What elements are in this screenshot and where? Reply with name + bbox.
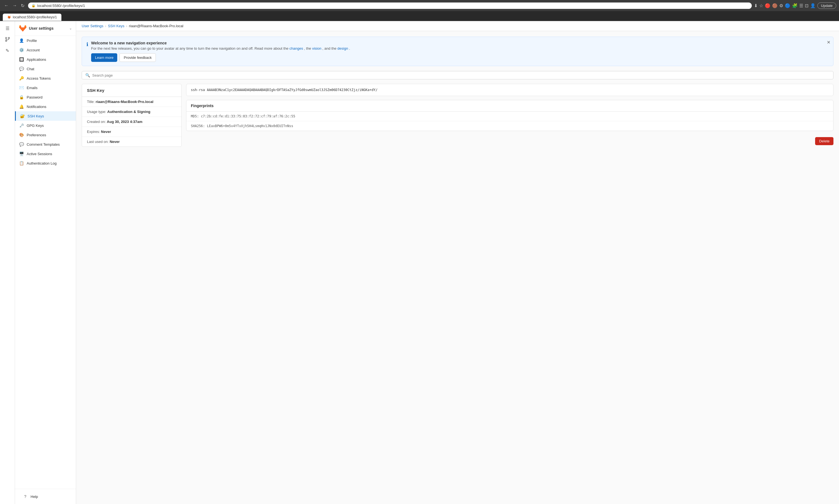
banner-link-design[interactable]: design <box>338 46 348 51</box>
key-usage-row: Usage type: Authentication & Signing <box>82 107 182 117</box>
ext2-icon[interactable]: 🟤 <box>772 3 777 8</box>
banner-text: For the next few releases, you can go to… <box>91 46 829 51</box>
svg-point-0 <box>5 37 7 39</box>
sidebar-item-ssh-keys[interactable]: 🔐 SSH Keys <box>15 111 76 121</box>
download-icon[interactable]: ⬇ <box>754 3 758 8</box>
sidebar-item-emails-label: Emails <box>27 86 37 90</box>
sidebar-item-applications[interactable]: 🔲 Applications <box>15 55 76 64</box>
password-icon: 🔒 <box>19 95 24 100</box>
browser-toolbar-right: ⬇ ☆ 🔴 🟤 ⚙ 🔵 🧩 ☰ ⊡ 👤 Update <box>754 2 836 9</box>
key-title-value: riaan@Riaans-MacBook-Pro.local <box>96 100 153 104</box>
sidebar-item-notifications[interactable]: 🔔 Notifications <box>15 102 76 111</box>
app-layout: ☰ ✎ User settings ⌄ <box>0 21 839 504</box>
ext3-icon[interactable]: ⚙ <box>779 3 783 8</box>
sidebar-item-password[interactable]: 🔒 Password <box>15 92 76 102</box>
comment-templates-icon: 💬 <box>19 142 24 147</box>
account-icon: ⚙️ <box>19 48 24 52</box>
fingerprint-sha256-row: SHA256: LEaxBPW6+0m5v4YTxXjh5H4LsmqHv1JN… <box>186 121 833 131</box>
fingerprints-header: Fingerprints <box>186 100 833 112</box>
preferences-icon: 🎨 <box>19 132 24 138</box>
sidebar-icons: ☰ ✎ <box>0 21 15 504</box>
sidebar-item-access-tokens-label: Access Tokens <box>27 76 51 80</box>
fingerprint-md5-value: c7:2b:cd:fe:d1:33:75:03:f2:72:cf:79:af:7… <box>201 114 295 118</box>
sidebar-item-notifications-label: Notifications <box>27 105 46 109</box>
key-usage-label: Usage type: <box>87 110 106 114</box>
banner-title: Welcome to a new navigation experience <box>91 41 829 45</box>
reload-button[interactable]: ↻ <box>19 2 26 9</box>
search-input[interactable] <box>92 73 830 77</box>
sidebar-icon-merge[interactable] <box>2 34 13 44</box>
fingerprint-sha256-value: LEaxBPW6+0m5v4YTxXjh5H4LsmqHv1JNx0dEUITn… <box>207 124 293 128</box>
ext5-icon[interactable]: 🧩 <box>792 3 798 8</box>
banner-link-vision[interactable]: vision <box>312 46 321 51</box>
avatar-icon[interactable]: 👤 <box>810 3 816 8</box>
update-button[interactable]: Update <box>817 2 836 9</box>
key-created-value: Aug 30, 2023 4:37am <box>107 120 142 124</box>
key-last-used-value: Never <box>110 140 120 144</box>
breadcrumb-user-settings[interactable]: User Settings <box>82 24 103 28</box>
active-sessions-icon: 🖥️ <box>19 151 24 156</box>
ext4-icon[interactable]: 🔵 <box>785 3 790 8</box>
back-button[interactable]: ← <box>3 2 10 9</box>
profile-icon: 👤 <box>19 38 24 43</box>
sidebar-item-preferences[interactable]: 🎨 Preferences <box>15 130 76 140</box>
provide-feedback-button[interactable]: Provide feedback <box>119 53 156 62</box>
gitlab-logo <box>19 24 27 32</box>
sidebar-item-chat[interactable]: 💬 Chat <box>15 64 76 74</box>
split-icon[interactable]: ⊡ <box>805 3 808 8</box>
sidebar-item-preferences-label: Preferences <box>27 133 46 137</box>
ssh-key-display: ssh-rsa AAAAB3NzaC1yc2EAAAADAQABAAABAQDI… <box>186 84 834 96</box>
breadcrumb: User Settings › SSH Keys › riaan@Riaans-… <box>76 21 839 31</box>
url-text: localhost:5580/-/profile/keys/1 <box>37 4 749 8</box>
star-icon[interactable]: ☆ <box>759 3 763 8</box>
sidebar-item-comment-templates[interactable]: 💬 Comment Templates <box>15 140 76 149</box>
sidebar-item-profile[interactable]: 👤 Profile <box>15 36 76 45</box>
key-expires-label: Expires: <box>87 130 100 134</box>
sidebar-chevron-icon[interactable]: ⌄ <box>69 26 72 30</box>
sidebar-navigation: 👤 Profile ⚙️ Account 🔲 Applications 💬 Ch… <box>15 36 76 168</box>
sidebar-item-active-sessions[interactable]: 🖥️ Active Sessions <box>15 149 76 159</box>
banner-link-changes[interactable]: changes <box>290 46 303 51</box>
sidebar-item-chat-label: Chat <box>27 67 34 71</box>
sidebar-item-ssh-keys-label: SSH Keys <box>28 114 44 118</box>
sidebar-header: User settings ⌄ <box>15 21 76 36</box>
svg-point-1 <box>5 40 7 42</box>
forward-button[interactable]: → <box>11 2 18 9</box>
fingerprint-md5-row: MD5: c7:2b:cd:fe:d1:33:75:03:f2:72:cf:79… <box>186 112 833 121</box>
tab-bar: 🦊 localhost:5580/-/profile/keys/1 <box>0 11 839 21</box>
sidebar-item-comment-templates-label: Comment Templates <box>27 142 60 146</box>
sidebar-item-emails[interactable]: ✉️ Emails <box>15 83 76 92</box>
breadcrumb-current: riaan@Riaans-MacBook-Pro.local <box>129 24 183 28</box>
sidebar-header-title: User settings <box>29 26 54 31</box>
key-title-label: Title: <box>87 100 95 104</box>
sidebar-item-authentication-log[interactable]: 📋 Authentication Log <box>15 159 76 168</box>
sidebar-icon-menu[interactable]: ☰ <box>2 23 13 33</box>
sidebar-item-access-tokens[interactable]: 🔑 Access Tokens <box>15 74 76 83</box>
menu-icon[interactable]: ☰ <box>799 3 803 8</box>
key-created-row: Created on: Aug 30, 2023 4:37am <box>82 117 182 127</box>
key-right: ssh-rsa AAAAB3NzaC1yc2EAAAADAQABAAABAQDI… <box>186 84 834 147</box>
sidebar-item-gpg-keys[interactable]: 🗝️ GPG Keys <box>15 121 76 130</box>
key-last-used-row: Last used on: Never <box>82 137 182 146</box>
sidebar-item-authentication-log-label: Authentication Log <box>27 161 57 165</box>
key-last-used-label: Last used on: <box>87 140 109 144</box>
breadcrumb-ssh-keys[interactable]: SSH Keys <box>108 24 124 28</box>
browser-chrome: ← → ↻ 🔒 localhost:5580/-/profile/keys/1 … <box>0 0 839 11</box>
sidebar-item-account-label: Account <box>27 48 40 52</box>
lock-icon: 🔒 <box>31 4 36 7</box>
sidebar-item-profile-label: Profile <box>27 39 37 43</box>
learn-more-button[interactable]: Learn more <box>91 53 117 62</box>
key-title-row: Title: riaan@Riaans-MacBook-Pro.local <box>82 97 182 107</box>
sidebar-item-account[interactable]: ⚙️ Account <box>15 45 76 55</box>
banner-close-button[interactable]: ✕ <box>827 40 831 45</box>
sidebar-item-help[interactable]: ? Help <box>19 492 72 501</box>
delete-button[interactable]: Delete <box>815 137 834 145</box>
sidebar-icon-edit[interactable]: ✎ <box>2 46 13 55</box>
active-tab[interactable]: 🦊 localhost:5580/-/profile/keys/1 <box>3 14 62 21</box>
address-bar[interactable]: 🔒 localhost:5580/-/profile/keys/1 <box>28 2 752 9</box>
sidebar-item-gpg-keys-label: GPG Keys <box>27 124 44 128</box>
fingerprint-sha256-algo: SHA256: <box>191 124 207 128</box>
ext1-icon[interactable]: 🔴 <box>765 3 770 8</box>
fingerprint-md5-algo: MD5: <box>191 114 201 118</box>
banner-actions: Learn more Provide feedback <box>91 53 829 62</box>
